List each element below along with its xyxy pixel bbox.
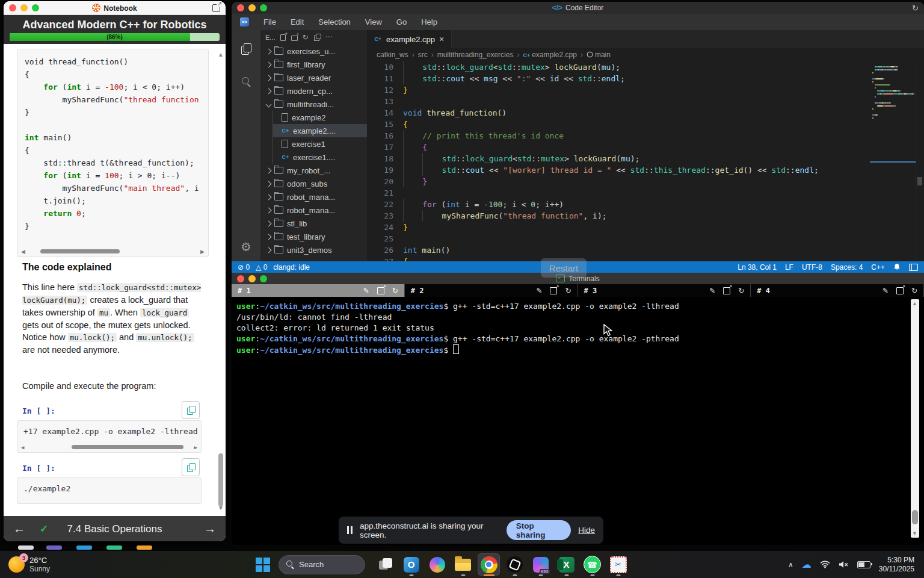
scroll-up-icon[interactable]: ▲ [912, 300, 917, 306]
tree-item-exercise1-[interactable]: C+exercise1.... [273, 151, 367, 164]
terminal-output[interactable]: user:~/catkin_ws/src/multithreading_exer… [232, 297, 924, 545]
cell-1-hscrollbar[interactable]: ◀ ▶ [20, 444, 199, 450]
minimap[interactable] [872, 66, 914, 120]
terminal-tab-2[interactable]: # 2✎↻ [405, 284, 578, 297]
new-folder-icon[interactable] [291, 34, 298, 41]
hscroll-thumb[interactable] [72, 445, 183, 449]
tab-example2-cpp[interactable]: C+ example2.cpp × [367, 30, 452, 48]
explorer-icon[interactable] [241, 43, 251, 55]
code-block-hscrollbar[interactable]: ◀ ▶ [20, 249, 206, 255]
scroll-left-icon[interactable]: ◀ [21, 249, 25, 255]
tree-item-laser-reader[interactable]: laser_reader [260, 71, 367, 84]
breadcrumb-item[interactable]: multithreading_exercies [437, 51, 514, 59]
rename-terminal-icon[interactable]: ✎ [536, 287, 542, 295]
cell-1-code-box[interactable]: +17 example2.cpp -o example2 -lthread ◀ … [17, 420, 202, 453]
vscroll-thumb[interactable] [917, 177, 922, 185]
menu-selection[interactable]: Selection [318, 17, 350, 26]
stop-sharing-button[interactable]: Stop sharing [507, 520, 571, 540]
vscroll-thumb[interactable] [912, 510, 918, 524]
open-external-icon[interactable] [896, 287, 904, 294]
tree-item-robot-mana-[interactable]: robot_mana... [260, 204, 367, 217]
warnings-indicator[interactable]: △ 0 [256, 263, 267, 272]
menu-view[interactable]: View [365, 17, 382, 26]
tree-item-modern-cp-[interactable]: modern_cp... [260, 84, 367, 98]
breadcrumb-item[interactable]: catkin_ws [377, 51, 408, 59]
copy-button[interactable] [182, 458, 200, 476]
scroll-right-icon[interactable]: ▶ [200, 249, 205, 255]
tree-item-example2[interactable]: example2 [273, 111, 367, 124]
breadcrumb-item[interactable]: C+example2.cpp [523, 51, 576, 59]
editor-vscrollbar[interactable] [916, 63, 923, 261]
m365-copilot-icon[interactable] [529, 553, 552, 576]
tree-item-my-robot-[interactable]: my_robot_... [260, 164, 367, 177]
spaces-indicator[interactable]: Spaces: 4 [831, 263, 863, 272]
rename-terminal-icon[interactable]: ✎ [709, 287, 715, 295]
breadcrumb-item[interactable]: main [587, 51, 611, 59]
task-view-icon[interactable] [374, 553, 396, 576]
language-indicator[interactable]: C++ [871, 263, 885, 272]
terminal-tab-3[interactable]: # 3✎↻ [578, 284, 751, 297]
settings-gear-icon[interactable]: ⚙ [241, 241, 251, 253]
onedrive-icon[interactable]: ☁ [802, 559, 812, 570]
cell-2-code-box[interactable]: ./example2 [17, 477, 202, 504]
search-icon[interactable] [241, 76, 251, 86]
tree-item-multithreadi-[interactable]: multithreadi... [260, 98, 367, 111]
tree-item-example2-[interactable]: C+example2.... [273, 124, 367, 137]
new-file-icon[interactable] [280, 34, 287, 41]
terminal-tab-1[interactable]: # 1✎↻ [232, 284, 405, 297]
scroll-up-icon[interactable]: ▲ [218, 51, 224, 58]
scroll-down-icon[interactable]: ▼ [218, 505, 224, 511]
close-tab-icon[interactable]: × [439, 34, 444, 44]
tree-item-exercises-u-[interactable]: exercises_u... [260, 45, 367, 58]
open-external-icon[interactable] [550, 287, 557, 294]
restart-terminal-icon[interactable]: ↻ [392, 287, 398, 295]
menu-help[interactable]: Help [421, 17, 437, 26]
code-editor-area[interactable]: 10std::lock_guard<std::mutex> lockGuard(… [367, 61, 924, 261]
popout-icon[interactable] [212, 4, 220, 12]
tree-item-stl-lib[interactable]: stl_lib [260, 217, 367, 230]
open-external-icon[interactable] [723, 287, 730, 294]
tree-item-test-library[interactable]: test_library [260, 230, 367, 243]
taskbar-search[interactable]: Search [279, 555, 365, 574]
layout-panel-icon[interactable] [909, 264, 918, 271]
restart-button[interactable]: Restart [541, 258, 587, 278]
snipping-tool-icon[interactable]: ✂ [607, 553, 629, 576]
weather-widget[interactable]: 3 26°C Sunny [8, 556, 50, 573]
tree-item-unit3-demos[interactable]: unit3_demos [260, 243, 367, 256]
menu-file[interactable]: File [263, 17, 276, 26]
scroll-down-icon[interactable]: ▼ [912, 530, 917, 536]
vscroll-thumb[interactable] [218, 453, 223, 506]
menu-edit[interactable]: Edit [291, 17, 304, 26]
whatsapp-icon[interactable]: ☎ [581, 553, 603, 576]
chrome-icon[interactable] [478, 553, 500, 576]
outlook-icon[interactable]: O [400, 553, 422, 576]
open-external-icon[interactable] [377, 287, 384, 294]
tree-item-exercise1[interactable]: exercise1 [273, 137, 367, 151]
terminal-vscrollbar[interactable]: ▲ ▼ [911, 299, 919, 538]
more-actions-icon[interactable]: ⋯ [325, 34, 333, 41]
chatgpt-icon[interactable] [504, 553, 526, 576]
bell-icon[interactable] [893, 263, 901, 271]
wifi-icon[interactable] [820, 561, 830, 568]
tree-item-first-library[interactable]: first_library [260, 58, 367, 71]
line-col-indicator[interactable]: Ln 38, Col 1 [738, 263, 777, 272]
collapse-folders-icon[interactable] [314, 34, 321, 41]
file-explorer-icon[interactable] [452, 553, 474, 576]
clangd-status[interactable]: clangd: idle [273, 263, 310, 272]
restart-terminal-icon[interactable]: ↻ [738, 287, 744, 295]
hide-link[interactable]: Hide [578, 526, 595, 535]
restart-terminal-icon[interactable]: ↻ [565, 287, 571, 295]
battery-icon[interactable] [857, 561, 870, 568]
encoding-indicator[interactable]: UTF-8 [802, 263, 822, 272]
tree-item-robot-mana-[interactable]: robot_mana... [260, 190, 367, 204]
tree-item-odom-subs[interactable]: odom_subs [260, 177, 367, 190]
scroll-right-icon[interactable]: ▶ [194, 444, 197, 450]
restart-terminal-icon[interactable]: ↻ [911, 287, 917, 295]
menu-go[interactable]: Go [396, 17, 407, 26]
clock[interactable]: 5:30 PM 30/11/2025 [879, 556, 914, 574]
start-button[interactable] [253, 555, 273, 575]
notebook-vscrollbar[interactable]: ▲ ▼ [217, 49, 224, 511]
hscroll-thumb[interactable] [40, 249, 120, 253]
excel-icon[interactable]: X [555, 553, 578, 576]
copilot-icon[interactable] [426, 553, 448, 576]
